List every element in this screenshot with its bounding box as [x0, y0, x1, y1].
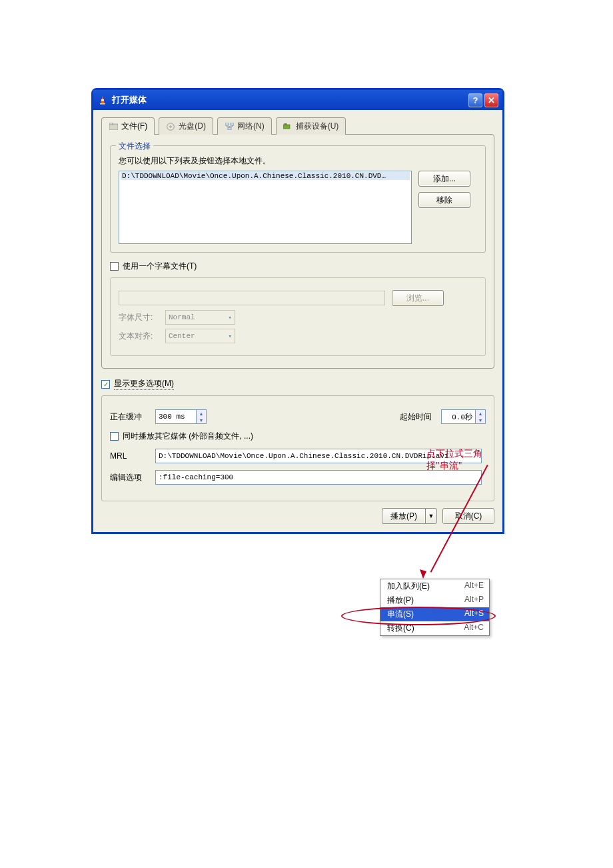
tab-file-label: 文件(F) [121, 121, 147, 132]
menu-item-play[interactable]: 播放(P)Alt+P [380, 593, 489, 607]
mrl-label: MRL [110, 451, 150, 461]
subtitle-section: 浏览... 字体尺寸: Normal▾ 文本对齐: Center▾ [110, 277, 486, 356]
caching-input[interactable] [156, 410, 196, 423]
play-sync-label: 同时播放其它媒体 (外部音频文件, ...) [123, 431, 253, 442]
chevron-down-icon: ▾ [229, 333, 232, 340]
tab-network[interactable]: 网络(N) [217, 117, 272, 135]
start-time-input[interactable] [442, 410, 475, 423]
edit-opts-input[interactable] [155, 470, 482, 485]
more-options-checkbox-row[interactable]: ✓ 显示更多选项(M) [101, 378, 494, 390]
start-time-label: 起始时间 [400, 411, 432, 423]
cancel-button[interactable]: 取消(C) [442, 508, 494, 524]
play-button-group: 播放(P) ▼ [382, 508, 437, 524]
file-select-legend: 文件选择 [116, 141, 153, 152]
subtitle-file-input [119, 291, 385, 305]
svg-point-5 [167, 123, 175, 130]
client-area: 文件(F) 光盘(D) 网络(N) 捕获设备(U) 文件选择 [93, 110, 502, 532]
titlebar[interactable]: 打开媒体 ? ✕ [93, 90, 502, 110]
close-button[interactable]: ✕ [484, 93, 498, 107]
spin-up-icon[interactable]: ▲ [476, 410, 485, 417]
text-align-label: 文本对齐: [119, 331, 159, 342]
svg-rect-1 [101, 99, 104, 101]
start-time-spinner[interactable]: ▲▼ [441, 409, 486, 424]
more-options-checkbox[interactable]: ✓ [101, 380, 110, 389]
tab-disc[interactable]: 光盘(D) [159, 117, 213, 135]
tab-disc-label: 光盘(D) [179, 121, 206, 132]
svg-point-6 [170, 125, 172, 127]
more-options-panel: 正在缓冲 ▲▼ 起始时间 ▲▼ 同时播放其它媒体 (外部音频文件, ...) [101, 395, 494, 501]
svg-rect-3 [109, 124, 118, 130]
caching-spinner[interactable]: ▲▼ [155, 409, 207, 424]
annotation-ellipse-menu [341, 607, 496, 625]
play-sync-checkbox[interactable] [110, 432, 119, 441]
browse-subtitle-button: 浏览... [392, 290, 444, 306]
menu-item-enqueue[interactable]: 加入队列(E)Alt+E [380, 579, 489, 593]
file-list[interactable]: D:\TDDOWNLOAD\Movie\Once.Upon.A.Chinese.… [119, 171, 412, 244]
caching-label: 正在缓冲 [110, 411, 150, 423]
tabstrip: 文件(F) 光盘(D) 网络(N) 捕获设备(U) [101, 117, 494, 134]
svg-marker-12 [420, 569, 426, 579]
mrl-input[interactable] [155, 449, 482, 463]
tab-capture-label: 捕获设备(U) [296, 121, 339, 132]
subtitle-checkbox[interactable] [110, 262, 119, 271]
add-button[interactable]: 添加... [418, 171, 470, 187]
spin-up-icon[interactable]: ▲ [197, 410, 206, 417]
chevron-down-icon: ▾ [229, 314, 232, 321]
annotation-arrowhead [416, 565, 430, 579]
tab-panel-file: 文件选择 您可以使用以下列表及按钮选择本地文件。 D:\TDDOWNLOAD\M… [101, 134, 494, 369]
subtitle-checkbox-label: 使用一个字幕文件(T) [123, 261, 197, 272]
play-dropdown-button[interactable]: ▼ [425, 508, 437, 524]
edit-opts-label: 编辑选项 [110, 472, 150, 483]
folder-icon [109, 122, 118, 131]
footer-buttons: 播放(P) ▼ 取消(C) [101, 508, 494, 524]
subtitle-checkbox-row[interactable]: 使用一个字幕文件(T) [110, 261, 486, 272]
page-root: 打开媒体 ? ✕ 文件(F) 光盘(D) 网络(N) [0, 0, 613, 868]
file-select-desc: 您可以使用以下列表及按钮选择本地文件。 [119, 155, 477, 167]
tab-file[interactable]: 文件(F) [101, 117, 155, 135]
svg-rect-11 [285, 123, 287, 125]
svg-rect-8 [231, 123, 234, 125]
font-size-combo: Normal▾ [165, 310, 235, 325]
file-list-item[interactable]: D:\TDDOWNLOAD\Movie\Once.Upon.A.Chinese.… [121, 172, 410, 180]
svg-rect-2 [100, 103, 105, 105]
svg-rect-4 [109, 123, 113, 125]
text-align-combo: Center▾ [165, 329, 235, 343]
play-button[interactable]: 播放(P) [382, 508, 425, 524]
spin-down-icon[interactable]: ▼ [476, 417, 485, 423]
svg-rect-9 [228, 127, 231, 130]
svg-rect-7 [225, 123, 229, 125]
tab-capture[interactable]: 捕获设备(U) [276, 117, 346, 135]
spin-down-icon[interactable]: ▼ [197, 417, 206, 423]
vlc-icon [97, 95, 108, 105]
font-size-label: 字体尺寸: [119, 312, 159, 323]
tab-network-label: 网络(N) [237, 121, 265, 132]
open-media-window: 打开媒体 ? ✕ 文件(F) 光盘(D) 网络(N) [91, 88, 504, 534]
disc-icon [166, 122, 175, 131]
capture-icon [283, 122, 293, 131]
chevron-down-icon: ▼ [428, 513, 434, 519]
file-select-fieldset: 文件选择 您可以使用以下列表及按钮选择本地文件。 D:\TDDOWNLOAD\M… [110, 145, 486, 253]
network-icon [225, 122, 234, 131]
help-button[interactable]: ? [468, 93, 482, 107]
svg-rect-10 [283, 125, 290, 129]
remove-button[interactable]: 移除 [418, 192, 470, 208]
window-title: 打开媒体 [112, 94, 147, 106]
more-options-label: 显示更多选项(M) [114, 378, 174, 390]
